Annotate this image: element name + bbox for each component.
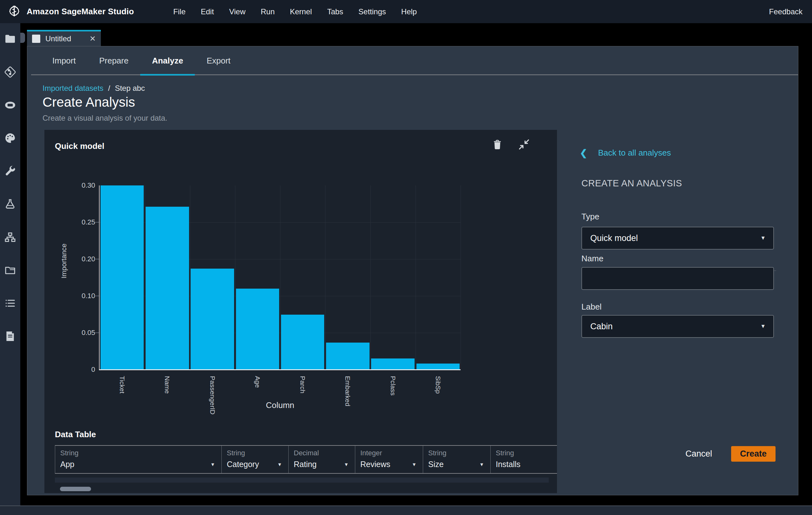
analysis-inspector-panel: ❮ Back to all analyses CREATE AN ANALYSI… [557, 130, 798, 495]
breadcrumb-separator: / [106, 84, 113, 92]
y-tick-label: 0.30 [82, 181, 95, 190]
sidebar-item-commands[interactable] [3, 131, 17, 145]
type-select[interactable]: Quick model ▼ [581, 227, 774, 249]
bar-SibSp[interactable] [416, 363, 460, 370]
sidebar-item-experiments[interactable] [3, 197, 17, 211]
sagemaker-studio-screen: Amazon SageMaker Studio FileEditViewRunK… [0, 0, 812, 515]
menu-item-view[interactable]: View [222, 7, 253, 16]
column-name: Installs [496, 460, 521, 469]
feedback-link[interactable]: Feedback [769, 7, 812, 16]
list-icon [4, 297, 17, 309]
breadcrumb-current-step: Step abc [115, 84, 145, 92]
bar-PassengerID[interactable] [191, 269, 234, 370]
cancel-button[interactable]: Cancel [686, 449, 712, 459]
bar-Age[interactable] [236, 289, 280, 370]
activity-sidebar [0, 23, 20, 515]
name-input[interactable] [581, 267, 774, 290]
sidebar-item-git[interactable] [3, 65, 17, 79]
y-tick-label: 0.20 [82, 255, 95, 263]
trash-icon[interactable] [491, 138, 504, 151]
sidebar-item-table-of-contents[interactable] [3, 296, 17, 310]
label-select[interactable]: Cabin ▼ [581, 315, 774, 338]
column-header-installs[interactable]: StringInstalls [491, 446, 557, 473]
document-tab-untitled[interactable]: Untitled ✕ [27, 30, 101, 46]
column-header-reviews[interactable]: IntegerReviews▼ [355, 446, 423, 473]
bar-Embarked[interactable] [326, 343, 370, 370]
column-name: Reviews [360, 460, 390, 469]
horizontal-scrollbar-thumb[interactable] [60, 487, 91, 491]
status-bar [0, 506, 812, 515]
column-header-app[interactable]: StringApp▼ [55, 446, 222, 473]
y-tick-label: 0.05 [82, 329, 95, 337]
sidebar-item-file-browser[interactable] [3, 32, 17, 46]
breadcrumb-link-imported-datasets[interactable]: Imported datasets [42, 84, 104, 92]
label-select-value: Cabin [590, 322, 613, 331]
tab-prepare[interactable]: Prepare [88, 46, 141, 75]
column-name: App [60, 460, 74, 469]
menu-item-edit[interactable]: Edit [193, 7, 222, 16]
y-tick-label: 0.25 [82, 218, 95, 226]
sidebar-item-data[interactable] [3, 263, 17, 277]
palette-icon [4, 132, 17, 144]
git-icon [4, 66, 17, 78]
bar-Name[interactable] [146, 207, 189, 370]
create-button[interactable]: Create [731, 446, 776, 462]
bars [99, 185, 461, 370]
chevron-down-icon[interactable]: ▼ [277, 462, 283, 467]
y-axis-ticks: 0.300.250.200.100.050 [52, 185, 95, 370]
y-tick-label: 0 [91, 365, 95, 374]
collapse-icon[interactable] [518, 138, 530, 151]
data-table-header-row: StringApp▼StringCategory▼DecimalRating▼I… [55, 445, 557, 474]
sidebar-item-pipelines[interactable] [3, 230, 17, 244]
type-select-value: Quick model [590, 233, 638, 243]
document-tab-title: Untitled [46, 34, 89, 43]
back-link-label: Back to all analyses [598, 148, 671, 158]
column-type: String [428, 449, 485, 457]
chevron-down-icon[interactable]: ▼ [344, 462, 350, 467]
page-title: Create Analysis [42, 94, 135, 110]
close-icon[interactable]: ✕ [89, 34, 96, 43]
tab-export[interactable]: Export [195, 46, 242, 75]
chevron-down-icon[interactable]: ▼ [210, 462, 216, 467]
column-header-category[interactable]: StringCategory▼ [222, 446, 289, 473]
column-name: Size [428, 460, 444, 469]
bar-Ticket[interactable] [100, 185, 144, 370]
column-type: String [496, 449, 552, 457]
column-type: Integer [360, 449, 418, 457]
column-type: String [60, 449, 216, 457]
menu-item-tabs[interactable]: Tabs [319, 7, 351, 16]
column-header-size[interactable]: StringSize▼ [423, 446, 491, 473]
open-folder-icon [4, 264, 17, 276]
chevron-down-icon: ▼ [760, 235, 766, 241]
x-axis-title: Column [99, 400, 461, 410]
column-name: Category [227, 460, 259, 469]
menu-item-file[interactable]: File [166, 7, 193, 16]
chevron-down-icon[interactable]: ▼ [479, 462, 485, 467]
back-to-analyses-link[interactable]: ❮ Back to all analyses [580, 147, 671, 158]
menu-item-settings[interactable]: Settings [351, 7, 394, 16]
column-header-rating[interactable]: DecimalRating▼ [289, 446, 355, 473]
menu-item-help[interactable]: Help [394, 7, 425, 16]
menu-item-run[interactable]: Run [253, 7, 282, 16]
sidebar-item-running-terminals[interactable] [3, 98, 17, 112]
column-type: Decimal [294, 449, 350, 457]
horizontal-scrollbar-track[interactable] [55, 478, 549, 483]
folder-icon [4, 33, 17, 46]
chevron-down-icon[interactable]: ▼ [412, 462, 418, 467]
label-label: Label [581, 302, 602, 312]
section-tabs: ImportPrepareAnalyzeExport [27, 46, 798, 75]
y-tick-label: 0.10 [82, 292, 95, 300]
panel-handle[interactable] [20, 33, 25, 43]
tab-import[interactable]: Import [40, 46, 88, 75]
document-icon [4, 330, 17, 343]
sidebar-item-extensions[interactable] [3, 329, 17, 343]
content-row: Quick model Importance 0.300.250.200.100… [27, 130, 798, 495]
data-table-title: Data Table [55, 430, 96, 439]
bar-chart-plot [99, 185, 461, 370]
menu-item-kernel[interactable]: Kernel [282, 7, 319, 16]
bar-Parch[interactable] [281, 315, 324, 370]
sidebar-item-tools[interactable] [3, 164, 17, 178]
chevron-left-icon: ❮ [580, 147, 587, 158]
bar-Pclass[interactable] [371, 358, 414, 370]
tab-analyze[interactable]: Analyze [140, 46, 195, 75]
